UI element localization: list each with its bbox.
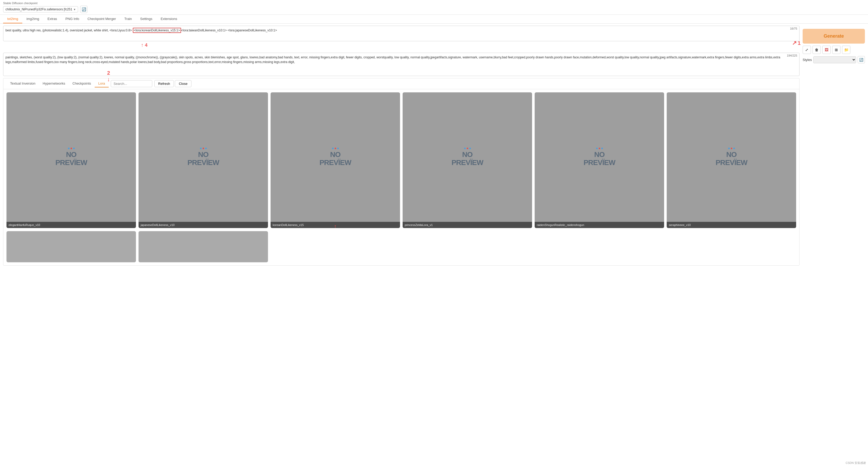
tab-train[interactable]: Train — [120, 15, 136, 23]
tab-img2img[interactable]: img2img — [22, 15, 43, 23]
lora-search-input[interactable] — [111, 80, 152, 87]
dot — [599, 148, 600, 149]
right-panel: ↗ 1 Generate ⤢ 🗑 🖼 ⊞ 📁 Styles 🔄 — [803, 26, 865, 266]
styles-refresh-button[interactable]: 🔄 — [858, 56, 865, 63]
tab-hypernetworks[interactable]: Hypernetworks — [39, 80, 69, 87]
preview-dots — [596, 148, 603, 149]
dot — [601, 148, 603, 149]
no-preview: NOPREVÏEW — [535, 92, 664, 222]
lora-card-label: seraphineee_v10 — [667, 222, 796, 228]
dot — [332, 148, 334, 149]
prompt-counter: 16/75 — [790, 27, 797, 30]
styles-label: Styles — [803, 58, 812, 62]
dot — [200, 148, 202, 149]
lora-card-zelda[interactable]: NOPREVÏEW princessZeldaLora_v1 — [403, 92, 532, 228]
dot — [203, 148, 204, 149]
tab-png-info[interactable]: PNG Info — [61, 15, 83, 23]
folder-icon-button[interactable]: 📁 — [842, 46, 850, 54]
tab-extensions[interactable]: Extensions — [156, 15, 181, 23]
dot — [73, 148, 75, 149]
dot — [70, 148, 72, 149]
lora-card-elegant[interactable]: NOPREVÏEW elegantHanfuRuqun_v10 — [6, 92, 136, 228]
no-preview-text: NOPREVÏEW — [715, 151, 747, 167]
checkpoint-dropdown[interactable]: chilloutmix_NiPrunedFp32Fix.safetensors … — [3, 6, 78, 12]
dot — [733, 148, 735, 149]
tab-txt2img[interactable]: txt2img — [3, 15, 22, 23]
preview-dots — [68, 148, 75, 149]
checkpoint-refresh-button[interactable]: 🔄 — [80, 6, 87, 13]
lora-card-label: koreanDollLikeness_v15 — [271, 222, 400, 228]
no-preview: NOPREVÏEW — [271, 92, 400, 222]
lora-card-japanese[interactable]: NOPREVÏEW japaneseDollLikeness_v10 — [138, 92, 268, 228]
preview-dots — [200, 148, 207, 149]
dot — [68, 148, 69, 149]
lora-card-img-partial — [6, 231, 136, 262]
annotation-1: ↗ 1 — [792, 40, 801, 46]
dot — [469, 148, 471, 149]
lora-card-korean[interactable]: NOPREVÏEW koreanDollLikeness_v15 ↑ 3 — [271, 92, 400, 228]
lora-card-label: japaneseDollLikeness_v10 — [138, 222, 268, 228]
checkpoint-label: Stable Diffusion checkpoint — [3, 2, 865, 5]
lora-grid: NOPREVÏEW elegantHanfuRuqun_v10 — [3, 89, 799, 231]
no-preview-text: NOPREVÏEW — [319, 151, 351, 167]
lora-card-img: NOPREVÏEW — [138, 92, 268, 222]
no-preview-text: NOPREVÏEW — [187, 151, 219, 167]
lora-card-label: princessZeldaLora_v1 — [403, 222, 532, 228]
tab-lora[interactable]: Lora — [95, 80, 109, 87]
dot — [728, 148, 730, 149]
no-preview: NOPREVÏEW — [667, 92, 796, 222]
lora-grid-row2 — [3, 231, 799, 266]
lora-card-extra1[interactable] — [6, 231, 136, 262]
tab-settings[interactable]: Settings — [136, 15, 156, 23]
lora-card-img: NOPREVÏEW — [535, 92, 664, 222]
lora-highlight: <lora:koreanDollLikeness_v15:1> — [133, 28, 181, 33]
lora-close-button[interactable]: Close — [175, 80, 191, 87]
no-preview-text: NOPREVÏEW — [583, 151, 615, 167]
preview-dots — [464, 148, 471, 149]
resize-icon-button[interactable]: ⤢ — [803, 46, 811, 54]
lora-card-img: NOPREVÏEW — [6, 92, 136, 222]
top-bar: Stable Diffusion checkpoint chilloutmix_… — [0, 0, 868, 15]
lora-panel: Textual Inversion Hypernetworks Checkpoi… — [3, 78, 800, 266]
dot — [596, 148, 598, 149]
dot — [335, 148, 336, 149]
tab-textual-inversion[interactable]: Textual Inversion — [6, 80, 39, 87]
generate-button[interactable]: Generate — [803, 29, 865, 43]
lora-card-label: elegantHanfuRuqun_v10 — [6, 222, 136, 228]
negative-prompt-text[interactable]: paintings, sketches, (worst quality:2), … — [5, 55, 797, 64]
preview-dots — [332, 148, 339, 149]
lora-refresh-button[interactable]: Refresh — [154, 80, 174, 87]
chevron-down-icon: ▼ — [73, 8, 76, 11]
lora-card-raiden[interactable]: NOPREVÏEW raidenShogunRealistic_raidensh… — [535, 92, 664, 228]
tab-extras[interactable]: Extras — [43, 15, 61, 23]
lora-card-seraphine[interactable]: NOPREVÏEW seraphineee_v10 — [667, 92, 796, 228]
checkpoint-value: chilloutmix_NiPrunedFp32Fix.safetensors … — [5, 7, 72, 11]
lora-card-img: NOPREVÏEW — [667, 92, 796, 222]
image-icon-button[interactable]: 🖼 — [823, 46, 831, 54]
dot — [731, 148, 732, 149]
checkpoint-select: chilloutmix_NiPrunedFp32Fix.safetensors … — [3, 6, 865, 13]
no-preview-text: NOPREVÏEW — [452, 151, 483, 167]
styles-select[interactable] — [813, 56, 856, 63]
dot — [467, 148, 468, 149]
dot — [205, 148, 207, 149]
no-preview-text: NOPREVÏEW — [55, 151, 87, 167]
prompt-text[interactable]: best quality, ultra high res, (photoreal… — [5, 28, 797, 33]
annotation-4: ↑ 4 — [141, 41, 148, 49]
lora-tabs: Textual Inversion Hypernetworks Checkpoi… — [3, 79, 799, 89]
preview-dots — [728, 148, 735, 149]
nav-tabs: txt2img img2img Extras PNG Info Checkpoi… — [0, 15, 868, 24]
lora-card-img-partial — [138, 231, 268, 262]
styles-row: Styles 🔄 — [803, 56, 865, 63]
negative-prompt-area: 194/225 paintings, sketches, (worst qual… — [3, 53, 800, 76]
positive-prompt-area: 16/75 best quality, ultra high res, (pho… — [3, 26, 800, 41]
negative-counter: 194/225 — [787, 54, 797, 57]
lora-card-label: raidenShogunRealistic_raidenshogun — [535, 222, 664, 228]
dot — [337, 148, 339, 149]
lora-card-extra2[interactable] — [138, 231, 268, 262]
tab-checkpoint-merger[interactable]: Checkpoint Merger — [83, 15, 120, 23]
dot — [464, 148, 466, 149]
trash-icon-button[interactable]: 🗑 — [812, 46, 821, 54]
grid-icon-button[interactable]: ⊞ — [832, 46, 840, 54]
tab-checkpoints[interactable]: Checkpoints — [69, 80, 95, 87]
